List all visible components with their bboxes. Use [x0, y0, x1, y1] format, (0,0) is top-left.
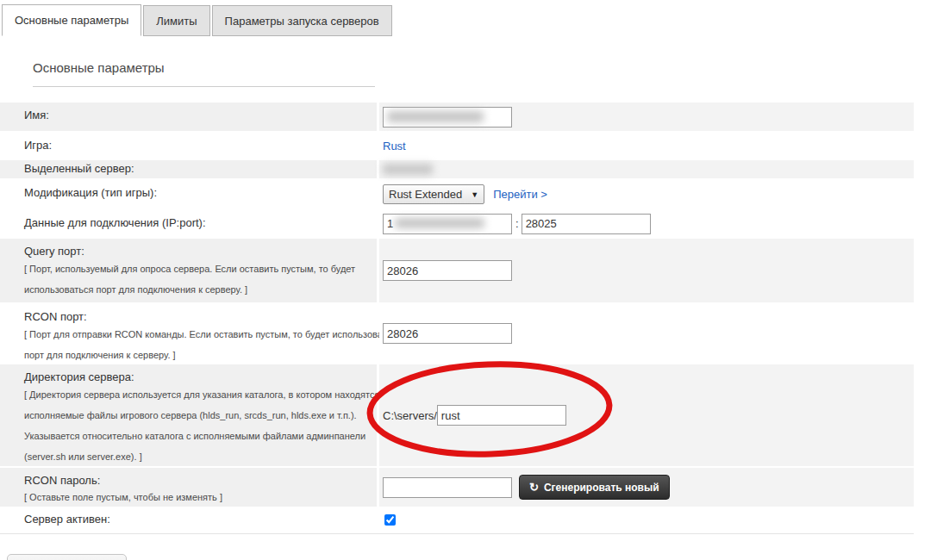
- directory-input[interactable]: [437, 405, 566, 426]
- query-port-input[interactable]: [383, 260, 512, 281]
- connect-port-input[interactable]: [522, 214, 651, 234]
- mod-go-link[interactable]: Перейти >: [493, 188, 547, 201]
- name-input[interactable]: [383, 107, 512, 128]
- settings-form: Имя: Игра: Rust Выделенный сервер:: [0, 103, 914, 534]
- mod-type-label: Модификация (тип игры):: [24, 186, 372, 200]
- tab-launch-parameters[interactable]: Параметры запуска серверов: [212, 5, 392, 36]
- server-settings-page: Основные параметры Лимиты Параметры запу…: [0, 0, 937, 560]
- save-button[interactable]: Сохранить: [7, 554, 127, 560]
- game-label: Игра:: [24, 139, 372, 152]
- name-label: Имя:: [24, 109, 372, 122]
- directory-path-prefix: C:\servers/: [383, 409, 437, 422]
- chevron-down-icon: ▼: [471, 190, 478, 199]
- rcon-port-input[interactable]: [383, 323, 512, 344]
- row-query-port: Query порт: [ Порт, используемый для опр…: [0, 239, 914, 302]
- refresh-icon: ↻: [529, 481, 539, 494]
- mod-select[interactable]: Rust Extended ▼: [383, 184, 484, 204]
- rcon-password-input[interactable]: [383, 477, 512, 498]
- generate-password-label: Сгенерировать новый: [544, 482, 659, 494]
- rcon-password-description-line: [ Оставьте поле пустым, чтобы не изменят…: [24, 488, 372, 507]
- connection-data-label: Данные для подключения (IP:port):: [24, 216, 372, 230]
- row-connection-data: Данные для подключения (IP:port): :: [0, 210, 914, 237]
- tab-limits[interactable]: Лимиты: [143, 5, 209, 36]
- rcon-port-description-line: порт для подключения к серверу. ]: [24, 345, 372, 365]
- server-directory-description-line: (server.sh или server.exe). ]: [24, 446, 372, 467]
- redacted-dedicated-server-value: [383, 164, 433, 175]
- dedicated-server-label: Выделенный сервер:: [24, 162, 372, 176]
- rcon-password-label: RCON пароль:: [24, 474, 372, 488]
- tab-main-parameters[interactable]: Основные параметры: [2, 4, 141, 36]
- section-title: Основные параметры: [33, 60, 375, 87]
- row-rcon-port: RCON порт: [ Порт для отправки RCON кома…: [0, 304, 914, 363]
- row-rcon-password: RCON пароль: [ Оставьте поле пустым, что…: [0, 468, 914, 507]
- rcon-port-label: RCON порт:: [24, 310, 372, 324]
- server-active-label: Сервер активен:: [24, 513, 372, 526]
- rcon-port-description-line: [ Порт для отправки RCON команды. Если о…: [24, 324, 372, 345]
- mod-select-value: Rust Extended: [389, 188, 462, 201]
- row-dedicated-server: Выделенный сервер:: [0, 160, 914, 178]
- query-port-description-line: использоваться порт для подключения к се…: [24, 279, 372, 300]
- row-server-active: Сервер активен:: [0, 508, 914, 532]
- ip-port-separator: :: [515, 217, 519, 230]
- tab-bar: Основные параметры Лимиты Параметры запу…: [0, 0, 937, 36]
- server-directory-description-line: [ Директория сервера используется для ук…: [24, 384, 372, 405]
- server-active-checkbox[interactable]: [384, 514, 396, 526]
- ip-input[interactable]: [383, 214, 512, 234]
- row-name: Имя:: [0, 103, 914, 131]
- query-port-description-line: [ Порт, используемый для опроса сервера.…: [24, 258, 372, 279]
- game-link[interactable]: Rust: [383, 140, 406, 152]
- server-directory-description-line: Указывается относительно каталога с испо…: [24, 426, 372, 446]
- row-game: Игра: Rust: [0, 133, 914, 159]
- server-directory-label: Директория сервера:: [24, 370, 372, 384]
- server-directory-description-line: исполняемые файлы игрового сервера (hlds…: [24, 405, 372, 426]
- row-mod-type: Модификация (тип игры): Rust Extended ▼ …: [0, 180, 914, 208]
- query-port-label: Query порт:: [24, 245, 372, 258]
- generate-password-button[interactable]: ↻ Сгенерировать новый: [519, 475, 670, 500]
- row-server-directory: Директория сервера: [ Директория сервера…: [0, 364, 914, 466]
